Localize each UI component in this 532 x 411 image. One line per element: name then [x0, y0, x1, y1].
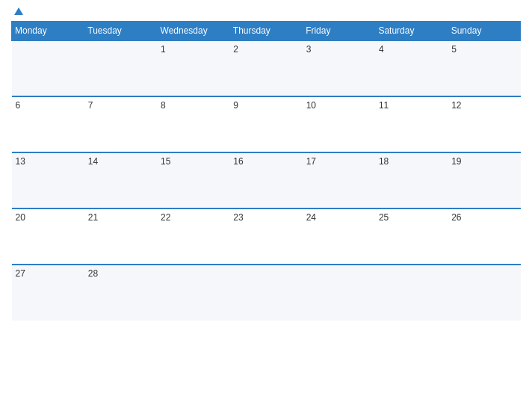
day-cell — [303, 265, 375, 321]
day-number: 17 — [306, 156, 371, 167]
day-cell — [229, 265, 302, 321]
day-number: 16 — [233, 156, 298, 167]
day-number: 2 — [233, 44, 298, 55]
day-number: 9 — [233, 100, 298, 111]
day-number: 14 — [88, 156, 153, 167]
day-cell: 2 — [229, 40, 302, 96]
day-cell: 28 — [84, 265, 157, 321]
weekday-header-sunday: Sunday — [448, 22, 520, 41]
day-number: 15 — [161, 156, 226, 167]
week-row-4: 2728 — [12, 265, 521, 321]
day-cell: 19 — [448, 152, 520, 208]
day-cell — [448, 265, 520, 321]
weekday-header-saturday: Saturday — [375, 22, 448, 41]
day-cell: 26 — [448, 208, 520, 265]
day-number: 1 — [161, 44, 226, 55]
day-number: 7 — [88, 100, 153, 111]
day-number: 12 — [451, 100, 516, 111]
day-cell: 18 — [375, 152, 448, 208]
day-number: 28 — [88, 268, 153, 279]
day-cell: 22 — [157, 208, 229, 265]
day-cell: 12 — [448, 96, 520, 152]
day-number: 3 — [306, 44, 371, 55]
day-cell: 6 — [12, 96, 84, 152]
day-number: 24 — [306, 212, 371, 223]
calendar-container: MondayTuesdayWednesdayThursdayFridaySatu… — [0, 0, 532, 411]
logo — [11, 7, 23, 15]
day-cell: 11 — [375, 96, 448, 152]
day-cell: 13 — [12, 152, 84, 208]
day-number: 13 — [16, 156, 81, 167]
day-number: 23 — [233, 212, 298, 223]
day-number: 18 — [379, 156, 444, 167]
day-cell: 24 — [303, 208, 375, 265]
weekday-header-row: MondayTuesdayWednesdayThursdayFridaySatu… — [12, 22, 521, 41]
week-row-0: 12345 — [12, 40, 521, 96]
day-cell: 4 — [375, 40, 448, 96]
day-cell: 20 — [12, 208, 84, 265]
day-cell: 25 — [375, 208, 448, 265]
week-row-3: 20212223242526 — [12, 208, 521, 265]
day-cell: 7 — [84, 96, 157, 152]
day-number: 6 — [16, 100, 81, 111]
day-number: 20 — [16, 212, 81, 223]
day-cell: 15 — [157, 152, 229, 208]
day-number: 27 — [16, 268, 81, 279]
day-cell: 1 — [157, 40, 229, 96]
weekday-header-friday: Friday — [303, 22, 375, 41]
day-cell: 9 — [229, 96, 302, 152]
day-number: 22 — [161, 212, 226, 223]
day-cell — [84, 40, 157, 96]
day-cell — [375, 265, 448, 321]
day-number: 10 — [306, 100, 371, 111]
weekday-header-thursday: Thursday — [229, 22, 302, 41]
day-number: 4 — [379, 44, 444, 55]
day-number: 25 — [379, 212, 444, 223]
day-number: 11 — [379, 100, 444, 111]
day-number: 19 — [451, 156, 516, 167]
day-cell: 16 — [229, 152, 302, 208]
week-row-2: 13141516171819 — [12, 152, 521, 208]
calendar-tbody: 1234567891011121314151617181920212223242… — [12, 40, 521, 321]
weekday-header-tuesday: Tuesday — [84, 22, 157, 41]
calendar-thead: MondayTuesdayWednesdayThursdayFridaySatu… — [12, 22, 521, 41]
week-row-1: 6789101112 — [12, 96, 521, 152]
weekday-header-monday: Monday — [12, 22, 84, 41]
day-cell: 14 — [84, 152, 157, 208]
day-number: 8 — [161, 100, 226, 111]
day-cell: 3 — [303, 40, 375, 96]
day-number: 26 — [451, 212, 516, 223]
day-cell: 23 — [229, 208, 302, 265]
day-cell — [157, 265, 229, 321]
day-cell: 27 — [12, 265, 84, 321]
calendar-header — [11, 7, 521, 15]
day-number: 5 — [451, 44, 516, 55]
day-cell: 8 — [157, 96, 229, 152]
day-number: 21 — [88, 212, 153, 223]
day-cell: 17 — [303, 152, 375, 208]
day-cell: 5 — [448, 40, 520, 96]
logo-triangle-icon — [14, 7, 23, 15]
day-cell: 10 — [303, 96, 375, 152]
day-cell — [12, 40, 84, 96]
calendar-table: MondayTuesdayWednesdayThursdayFridaySatu… — [11, 21, 521, 321]
day-cell: 21 — [84, 208, 157, 265]
weekday-header-wednesday: Wednesday — [157, 22, 229, 41]
